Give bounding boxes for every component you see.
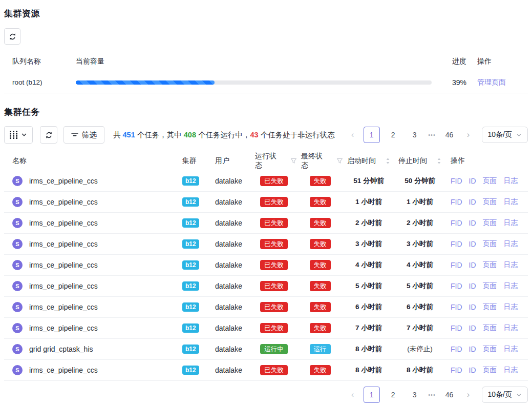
column-settings-button[interactable] [4,126,33,144]
id-link[interactable]: ID [469,177,476,185]
summary-segment: 共 [113,131,123,139]
id-link[interactable]: ID [469,303,476,311]
start-time: 5 小时前 [355,281,382,291]
page-link[interactable]: 页面 [483,197,497,207]
id-link[interactable]: ID [469,324,476,332]
page-link[interactable]: 页面 [483,366,497,375]
page-link[interactable]: 页面 [483,345,497,354]
log-link[interactable]: 日志 [504,239,518,249]
sort-icon[interactable] [437,157,441,165]
avatar: S [12,197,23,207]
page-link[interactable]: 页面 [483,218,497,228]
summary-segment: 个任务运行中， [196,131,250,139]
log-link[interactable]: 日志 [504,323,518,333]
summary-segment: 408 [184,131,196,139]
fid-link[interactable]: FID [451,219,462,227]
table-row: S irms_ce_pipeline_ccs b12 datalake 已失败 … [4,318,528,339]
start-time: 8 小时前 [355,366,382,375]
fid-link[interactable]: FID [451,345,462,353]
page-button-1[interactable]: 1 [364,127,380,143]
tasks-refresh-button[interactable] [40,126,57,144]
fid-link[interactable]: FID [451,177,462,185]
page-ellipsis[interactable]: ••• [425,132,439,138]
page-button-last[interactable]: 46 [441,127,458,143]
log-link[interactable]: 日志 [504,176,518,186]
capacity-progress-bar [76,80,432,85]
filter-funnel-icon[interactable] [336,158,343,164]
filter-funnel-icon[interactable] [290,158,297,164]
stop-time: 50 分钟前 [405,176,435,186]
log-link[interactable]: 日志 [504,345,518,354]
final-status-badge: 失败 [310,281,331,292]
page-link[interactable]: 页面 [483,176,497,186]
run-status-badge: 已失败 [260,323,288,334]
log-link[interactable]: 日志 [504,218,518,228]
avatar: S [12,323,23,333]
page-link[interactable]: 页面 [483,302,497,312]
cluster-badge: b12 [182,218,199,228]
task-name: irms_ce_pipeline_ccs [29,198,98,206]
final-status-badge: 失败 [310,239,331,250]
page-size-select[interactable]: 10条/页 [482,387,528,403]
prev-page-button[interactable]: ‹ [345,127,361,143]
cluster-header: 集群 [178,156,211,166]
task-name: grid grid_cptask_his [29,345,93,353]
page-button-2[interactable]: 2 [385,387,401,403]
log-link[interactable]: 日志 [504,197,518,207]
id-link[interactable]: ID [469,366,476,374]
sort-icon[interactable] [386,157,390,165]
task-name: irms_ce_pipeline_ccs [29,177,98,185]
id-link[interactable]: ID [469,345,476,353]
page-link[interactable]: 页面 [483,239,497,249]
page-button-3[interactable]: 3 [407,127,423,143]
progress-header: 进度 [443,57,466,66]
id-link[interactable]: ID [469,198,476,206]
prev-page-button[interactable]: ‹ [345,387,361,403]
page-link[interactable]: 页面 [483,260,497,270]
task-name: irms_ce_pipeline_ccs [29,240,98,248]
resources-table: 队列名称 当前容量 进度 操作 root (b12) 39% 管理页面 [4,51,528,93]
log-link[interactable]: 日志 [504,260,518,270]
page-button-3[interactable]: 3 [407,387,423,403]
avatar: S [12,176,23,186]
page-link[interactable]: 页面 [483,281,497,291]
user: datalake [211,303,251,311]
table-row: S irms_ce_pipeline_ccs b12 datalake 已失败 … [4,192,528,213]
log-link[interactable]: 日志 [504,302,518,312]
id-link[interactable]: ID [469,282,476,290]
id-link[interactable]: ID [469,219,476,227]
stop-time: 6 小时前 [407,302,433,312]
cluster-badge: b12 [182,323,199,333]
fid-link[interactable]: FID [451,240,462,248]
task-summary: 共 451 个任务，其中 408 个任务运行中，43 个任务处于非运行状态 [113,130,335,140]
resources-refresh-button[interactable] [4,28,20,45]
fid-link[interactable]: FID [451,198,462,206]
fid-link[interactable]: FID [451,324,462,332]
page-link[interactable]: 页面 [483,323,497,333]
fid-link[interactable]: FID [451,282,462,290]
id-link[interactable]: ID [469,240,476,248]
cluster-badge: b12 [182,366,199,375]
next-page-button[interactable]: › [460,387,477,403]
log-link[interactable]: 日志 [504,281,518,291]
run-status-badge: 已失败 [260,197,288,208]
fid-link[interactable]: FID [451,261,462,269]
final-status-badge: 运行 [310,344,331,355]
log-link[interactable]: 日志 [504,366,518,375]
filter-button[interactable]: 筛选 [63,126,104,144]
table-row: S irms_ce_pipeline_ccs b12 datalake 已失败 … [4,255,528,276]
task-name: irms_ce_pipeline_ccs [29,303,98,311]
fid-link[interactable]: FID [451,366,462,374]
next-page-button[interactable]: › [460,127,477,143]
fid-link[interactable]: FID [451,303,462,311]
manage-page-link[interactable]: 管理页面 [477,78,506,86]
page-ellipsis[interactable]: ••• [425,392,439,398]
page-button-last[interactable]: 46 [441,387,458,403]
page-button-1[interactable]: 1 [364,387,380,403]
stop-time: (未停止) [407,345,433,354]
page-size-select[interactable]: 10条/页 [482,127,528,143]
id-link[interactable]: ID [469,261,476,269]
run-status-badge: 已失败 [260,239,288,250]
table-row: S irms_ce_pipeline_ccs b12 datalake 已失败 … [4,234,528,255]
page-button-2[interactable]: 2 [385,127,401,143]
